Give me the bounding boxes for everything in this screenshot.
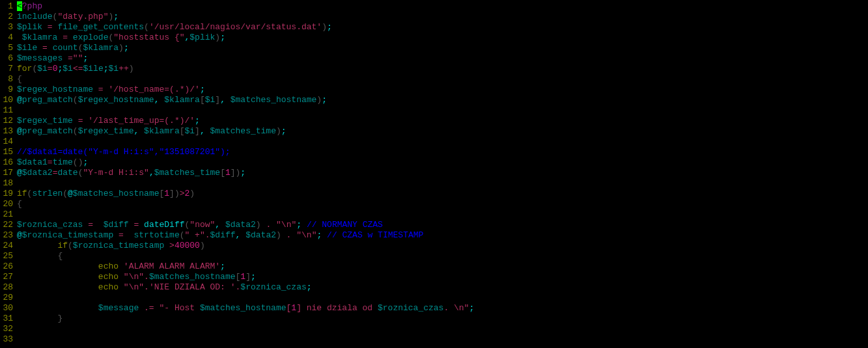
- code-line[interactable]: [17, 324, 474, 334]
- line-number: 18: [0, 178, 13, 189]
- code-line[interactable]: {: [17, 199, 474, 209]
- code-token: $message: [98, 303, 139, 313]
- code-token: [124, 230, 134, 240]
- line-number: 26: [0, 261, 13, 272]
- code-token: "daty.php": [57, 12, 108, 21]
- code-line[interactable]: if(strlen(@$matches_hostname[1])>2): [17, 189, 474, 199]
- code-token: $matches_time: [210, 126, 276, 136]
- code-token: [17, 314, 57, 323]
- code-token: $klamra: [22, 33, 58, 42]
- code-token: if: [57, 241, 68, 250]
- code-token: ): [215, 33, 220, 42]
- code-token: $messages: [17, 53, 63, 63]
- code-token: ;: [307, 282, 312, 292]
- code-token: [37, 43, 42, 53]
- code-line[interactable]: [17, 137, 474, 147]
- code-token: [17, 251, 57, 261]
- code-line[interactable]: [17, 209, 474, 220]
- code-line[interactable]: [17, 293, 474, 303]
- code-token: {: [17, 74, 22, 84]
- code-line[interactable]: $regex_hostname = '/host_name=(.*)/';: [17, 85, 474, 95]
- code-line[interactable]: $regex_time = '/last_time_up=(.*)/';: [17, 116, 474, 126]
- code-token: // NORMANY CZAS: [307, 220, 383, 230]
- code-token: $roznica_czas: [17, 220, 83, 230]
- line-number: 28: [0, 282, 13, 293]
- code-line[interactable]: }: [17, 314, 474, 324]
- code-line[interactable]: [17, 178, 474, 189]
- code-token: =: [98, 85, 104, 94]
- code-token: $data2: [22, 168, 53, 178]
- code-line[interactable]: [17, 334, 474, 345]
- code-line[interactable]: [17, 105, 474, 116]
- code-token: $i: [109, 64, 119, 74]
- code-token: [17, 241, 57, 250]
- code-line[interactable]: for($i=0;$i<=$ile;$i++): [17, 64, 474, 74]
- code-line[interactable]: <?php: [17, 1, 474, 12]
- code-token: (): [73, 157, 83, 167]
- code-area[interactable]: <?phpinclude("daty.php");$plik = file_ge…: [14, 0, 474, 345]
- code-line[interactable]: @preg_match($regex_hostname, $klamra[$i]…: [17, 95, 474, 105]
- code-token: $diff: [210, 230, 236, 240]
- code-token: [: [220, 168, 225, 178]
- code-token: ] nie dziala od: [296, 303, 378, 313]
- code-line[interactable]: $ile = count($klamra);: [17, 43, 474, 53]
- code-line[interactable]: @preg_match($regex_time, $klamra[$i], $m…: [17, 126, 474, 137]
- code-token: $i: [185, 126, 195, 136]
- code-token: $data1: [17, 157, 48, 167]
- code-token: (: [73, 95, 78, 105]
- code-token: dateDiff: [144, 220, 184, 230]
- code-token: (: [68, 241, 73, 250]
- code-token: $klamra: [164, 95, 200, 105]
- code-token: >: [180, 189, 185, 198]
- code-line[interactable]: if($roznica_timestamp >40000): [17, 241, 474, 251]
- code-line[interactable]: echo 'ALARM ALARM ALARM';: [17, 261, 474, 272]
- code-line[interactable]: @$data2=date("Y-m-d H:i:s",$matches_time…: [17, 168, 474, 178]
- code-line[interactable]: {: [17, 251, 474, 261]
- code-editor[interactable]: 1234567891011121314151617181920212223242…: [0, 0, 868, 345]
- code-token: @: [17, 126, 22, 136]
- code-line[interactable]: {: [17, 74, 474, 85]
- code-token: >: [169, 241, 175, 250]
- code-token: [301, 220, 307, 230]
- code-line[interactable]: $klamra = explode("hoststatus {",$plik);: [17, 33, 474, 43]
- code-line[interactable]: $messages ="";: [17, 53, 474, 64]
- code-line[interactable]: echo "\n".'NIE DZIALA OD: '.$roznica_cza…: [17, 282, 474, 293]
- line-number: 16: [0, 157, 13, 168]
- code-token: 1: [291, 303, 296, 313]
- code-token: strtotime: [133, 230, 179, 240]
- code-token: [119, 282, 124, 292]
- code-token: $klamra: [144, 126, 180, 136]
- code-token: ;: [113, 12, 119, 21]
- code-token: [: [180, 126, 185, 136]
- code-token: $regex_time: [78, 126, 134, 136]
- code-token: ,: [215, 220, 225, 230]
- line-number: 22: [0, 220, 13, 230]
- code-token: ;: [327, 22, 332, 32]
- code-token: ): [316, 95, 322, 105]
- code-token: {: [17, 199, 22, 209]
- code-token: @: [17, 168, 22, 178]
- code-line[interactable]: include("daty.php");: [17, 12, 474, 22]
- code-token: (: [63, 189, 68, 198]
- code-line[interactable]: $data1=time();: [17, 157, 474, 168]
- code-line[interactable]: //$data1=date("Y-m-d H:i:s","1351087201"…: [17, 147, 474, 157]
- code-token: [17, 261, 98, 271]
- code-token: ,: [236, 230, 246, 240]
- code-token: .=: [144, 303, 154, 313]
- code-token: $roznica_czas: [240, 282, 306, 292]
- code-token: ,: [154, 95, 165, 105]
- code-token: ;: [240, 168, 245, 178]
- code-token: @: [17, 95, 22, 105]
- code-line[interactable]: $roznica_czas = $diff = dateDiff("now", …: [17, 220, 474, 230]
- code-line[interactable]: @$roznica_timestamp = strtotime(" +".$di…: [17, 230, 474, 241]
- code-line[interactable]: echo "\n".$matches_hostname[1];: [17, 272, 474, 282]
- code-token: ;: [200, 85, 205, 94]
- code-token: preg_match: [22, 126, 73, 136]
- code-token: .: [144, 282, 149, 292]
- code-line[interactable]: $message .= "- Host $matches_hostname[1]…: [17, 303, 474, 314]
- code-line[interactable]: $plik = file_get_contents('/usr/local/na…: [17, 22, 474, 33]
- code-token: [48, 43, 53, 53]
- code-token: ,: [149, 168, 154, 178]
- line-number: 27: [0, 272, 13, 282]
- code-token: ]: [245, 272, 251, 282]
